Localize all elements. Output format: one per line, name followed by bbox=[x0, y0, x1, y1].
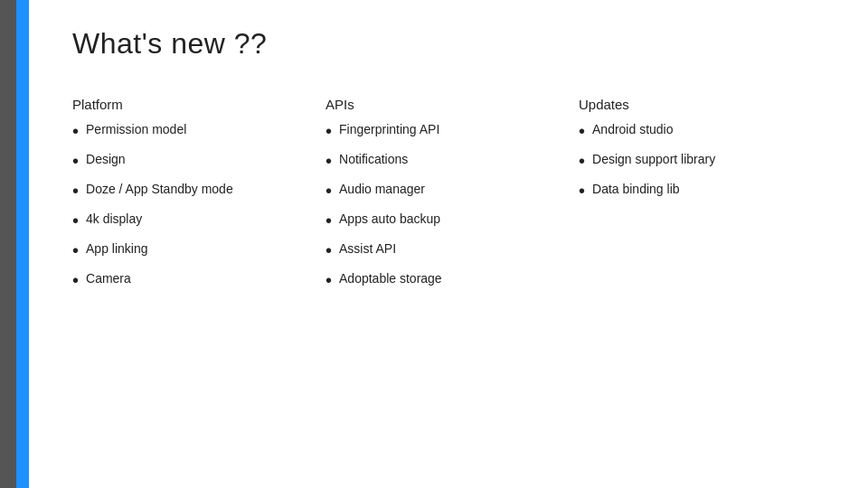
updates-title: Updates bbox=[579, 97, 814, 112]
platform-list: Permission model Design Doze / App Stand… bbox=[72, 121, 307, 293]
accent-bar-dark bbox=[0, 0, 16, 488]
list-item: Notifications bbox=[326, 151, 561, 174]
updates-list: Android studio Design support library Da… bbox=[579, 121, 814, 203]
list-item: Design bbox=[72, 151, 307, 174]
list-item: Fingerprinting API bbox=[326, 121, 561, 144]
list-item: Design support library bbox=[579, 151, 814, 174]
updates-column: Updates Android studio Design support li… bbox=[579, 97, 832, 300]
list-item: Permission model bbox=[72, 121, 307, 144]
list-item: Doze / App Standby mode bbox=[72, 181, 307, 203]
list-item: Camera bbox=[72, 270, 307, 293]
list-item: App linking bbox=[72, 240, 307, 263]
list-item: Audio manager bbox=[326, 181, 561, 203]
apis-column: APIs Fingerprinting API Notifications Au… bbox=[326, 97, 579, 300]
main-content: What's new ?? Platform Permission model … bbox=[45, 0, 868, 488]
list-item: 4k display bbox=[72, 211, 307, 233]
columns-container: Platform Permission model Design Doze / … bbox=[72, 97, 832, 300]
list-item: Android studio bbox=[579, 121, 814, 144]
list-item: Apps auto backup bbox=[326, 211, 561, 233]
page-title: What's new ?? bbox=[72, 27, 832, 61]
platform-title: Platform bbox=[72, 97, 307, 112]
list-item: Assist API bbox=[326, 240, 561, 263]
apis-title: APIs bbox=[326, 97, 561, 112]
list-item: Data binding lib bbox=[579, 181, 814, 203]
list-item: Adoptable storage bbox=[326, 270, 561, 293]
apis-list: Fingerprinting API Notifications Audio m… bbox=[326, 121, 561, 293]
accent-bar-blue bbox=[16, 0, 29, 488]
platform-column: Platform Permission model Design Doze / … bbox=[72, 97, 326, 300]
